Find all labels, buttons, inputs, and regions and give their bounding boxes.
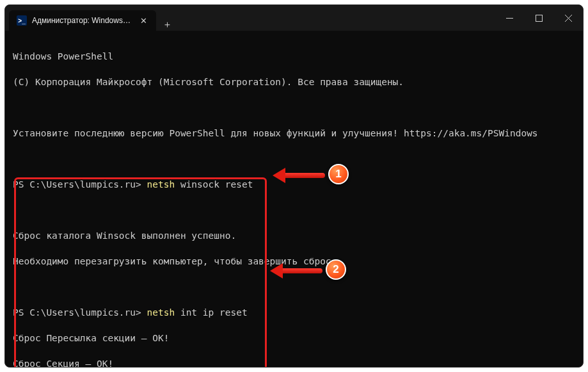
command-args-1: winsock reset — [175, 179, 253, 190]
tab-strip: >_ Администратор: Windows Po ✕ ＋ — [5, 5, 178, 31]
term-line: Необходимо перезагрузить компьютер, чтоб… — [13, 255, 575, 268]
close-tab-icon[interactable]: ✕ — [138, 15, 150, 27]
minimize-button[interactable] — [495, 5, 524, 31]
term-line: (C) Корпорация Майкрософт (Microsoft Cor… — [13, 76, 575, 88]
term-line — [13, 204, 575, 216]
maximize-button[interactable] — [524, 5, 553, 31]
term-line — [13, 280, 575, 293]
term-line: Сброс каталога Winsock выполнен успешно. — [13, 229, 575, 242]
prompt-line-2: PS C:\Users\lumpics.ru> netsh int ip res… — [13, 306, 575, 319]
term-line: Сброс Пересылка секции — OK! — [13, 332, 575, 344]
term-line: Сброс Секция — OK! — [13, 357, 575, 368]
terminal-body[interactable]: Windows PowerShell (C) Корпорация Майкро… — [5, 31, 583, 368]
new-tab-button[interactable]: ＋ — [156, 19, 178, 31]
powershell-icon: >_ — [17, 15, 27, 26]
prompt-prefix: PS C:\Users\lumpics.ru> — [13, 307, 147, 318]
term-line: Windows PowerShell — [13, 50, 575, 63]
prompt-prefix: PS C:\Users\lumpics.ru> — [13, 179, 147, 190]
term-line — [13, 101, 575, 114]
tab-title: Администратор: Windows Po — [32, 16, 132, 25]
tab-powershell[interactable]: >_ Администратор: Windows Po ✕ — [9, 10, 156, 31]
prompt-line-1: PS C:\Users\lumpics.ru> netsh winsock re… — [13, 178, 575, 191]
title-bar: >_ Администратор: Windows Po ✕ ＋ — [5, 5, 583, 31]
svg-rect-1 — [536, 15, 542, 21]
command-args-2: int ip reset — [175, 307, 248, 318]
term-line: Установите последнюю версию PowerShell д… — [13, 127, 575, 140]
command-netsh-1: netsh — [147, 179, 175, 190]
close-window-button[interactable] — [553, 5, 583, 31]
term-line — [13, 152, 575, 165]
terminal-window: >_ Администратор: Windows Po ✕ ＋ Windows… — [4, 4, 584, 368]
command-netsh-2: netsh — [147, 307, 175, 318]
